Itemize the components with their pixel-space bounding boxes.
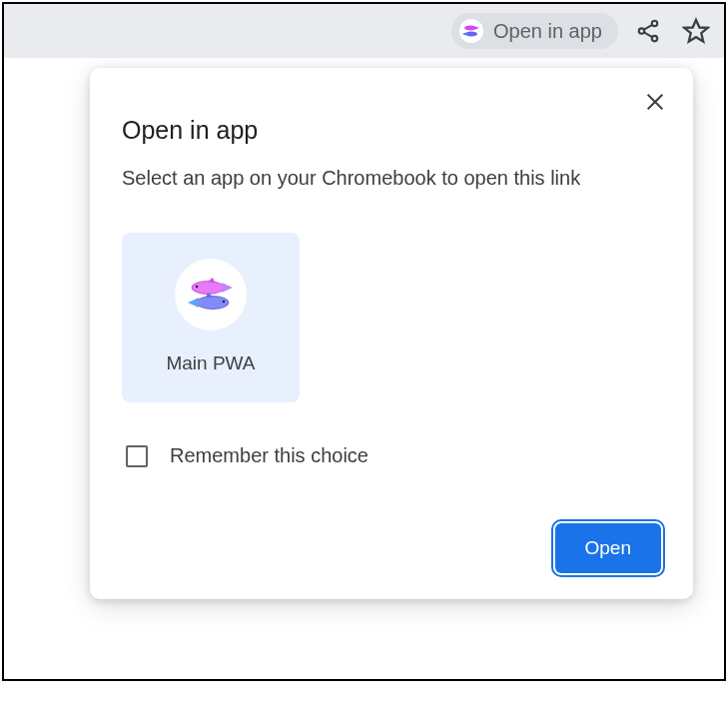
star-icon[interactable] xyxy=(678,13,714,49)
app-fish-icon xyxy=(459,19,483,43)
share-icon[interactable] xyxy=(630,13,666,49)
remember-choice-row: Remember this choice xyxy=(126,444,661,467)
svg-marker-3 xyxy=(462,33,466,36)
svg-point-19 xyxy=(223,301,225,303)
dialog-subtitle: Select an app on your Chromebook to open… xyxy=(122,163,661,193)
svg-marker-9 xyxy=(684,20,707,42)
app-list: Main PWA xyxy=(122,233,661,402)
app-fish-icon xyxy=(175,259,247,331)
browser-toolbar: Open in app xyxy=(4,4,724,58)
remember-label: Remember this choice xyxy=(170,444,368,467)
close-button[interactable] xyxy=(639,86,671,118)
svg-point-5 xyxy=(639,28,644,33)
svg-point-2 xyxy=(465,32,477,37)
svg-point-6 xyxy=(652,36,657,41)
app-card-label: Main PWA xyxy=(166,352,255,374)
svg-marker-20 xyxy=(188,298,199,308)
open-in-app-dialog: Open in app Select an app on your Chrome… xyxy=(90,68,693,599)
svg-line-7 xyxy=(644,25,652,30)
remember-checkbox[interactable] xyxy=(126,445,148,467)
open-button[interactable]: Open xyxy=(555,523,661,573)
svg-marker-15 xyxy=(222,283,233,293)
dialog-actions: Open xyxy=(122,523,661,573)
svg-point-14 xyxy=(196,286,198,288)
close-icon xyxy=(644,91,666,113)
open-in-app-chip[interactable]: Open in app xyxy=(451,13,618,49)
svg-marker-1 xyxy=(475,27,479,30)
app-card-main-pwa[interactable]: Main PWA xyxy=(122,233,300,402)
dialog-title: Open in app xyxy=(122,116,661,145)
svg-line-8 xyxy=(644,32,652,37)
svg-point-0 xyxy=(464,26,476,31)
svg-point-4 xyxy=(652,21,657,26)
chip-label: Open in app xyxy=(493,20,602,43)
